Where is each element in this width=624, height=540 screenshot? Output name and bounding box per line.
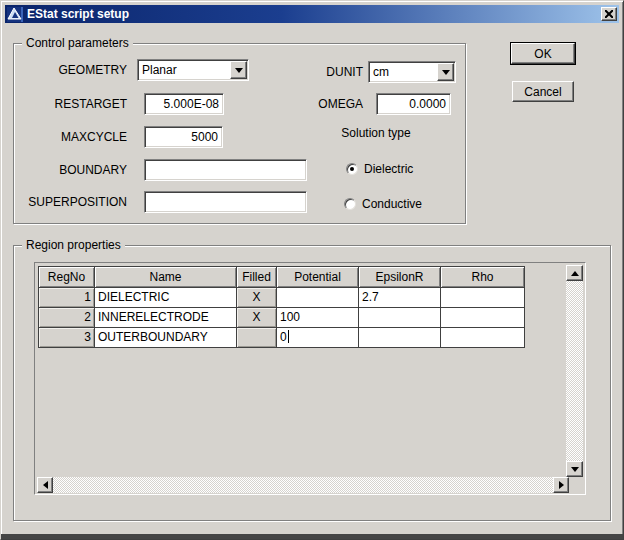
scroll-down-button[interactable] — [566, 461, 583, 477]
dunit-value: cm — [369, 62, 436, 82]
vertical-scroll-track[interactable] — [566, 281, 583, 461]
cancel-button[interactable]: Cancel — [512, 81, 574, 102]
epsilonr-cell[interactable] — [359, 308, 441, 328]
arrow-up-icon — [571, 267, 579, 276]
maxcycle-field[interactable]: 5000 — [144, 126, 223, 148]
name-cell[interactable]: INNERELECTRODE — [95, 308, 237, 328]
potential-cell[interactable]: 100 — [277, 308, 359, 328]
geometry-value: Planar — [138, 60, 229, 80]
dielectric-radio-option[interactable]: Dielectric — [346, 162, 413, 176]
name-cell[interactable]: DIELECTRIC — [95, 288, 237, 308]
column-header-rho[interactable]: Rho — [441, 267, 525, 288]
table-row: 3 OUTERBOUNDARY 0 — [39, 328, 525, 348]
table-row: 2 INNERELECTRODE X 100 — [39, 308, 525, 328]
geometry-dropdown-button[interactable] — [230, 61, 247, 79]
column-header-regno[interactable]: RegNo — [39, 267, 95, 288]
filled-cell[interactable]: X — [237, 308, 277, 328]
potential-edit-value: 0 — [280, 330, 287, 344]
scroll-right-button[interactable] — [553, 477, 569, 493]
regno-cell: 1 — [39, 288, 95, 308]
scroll-left-button[interactable] — [37, 477, 53, 493]
region-table-grid: RegNo Name Filled Potential EpsilonR Rho… — [34, 262, 586, 495]
arrow-left-icon — [39, 481, 48, 489]
geometry-label: GEOMETRY — [11, 59, 127, 81]
regno-cell: 3 — [39, 328, 95, 348]
solution-type-label: Solution type — [301, 125, 451, 141]
dielectric-radio-label: Dielectric — [364, 162, 413, 176]
scroll-up-button[interactable] — [566, 265, 583, 281]
potential-cell[interactable] — [277, 288, 359, 308]
close-x-icon — [605, 10, 613, 18]
window-title: EStat script setup — [27, 7, 129, 21]
dunit-label: DUNIT — [263, 61, 363, 83]
regno-cell: 2 — [39, 308, 95, 328]
radio-unselected-icon[interactable] — [344, 198, 356, 210]
table-row: 1 DIELECTRIC X 2.7 — [39, 288, 525, 308]
arrow-right-icon — [559, 481, 568, 489]
column-header-potential[interactable]: Potential — [277, 267, 359, 288]
close-button[interactable] — [601, 7, 617, 21]
superposition-field[interactable] — [144, 191, 307, 213]
rho-cell[interactable] — [441, 308, 525, 328]
restarget-label: RESTARGET — [11, 93, 127, 115]
radio-selected-icon[interactable] — [346, 163, 358, 175]
horizontal-scrollbar[interactable] — [37, 477, 569, 493]
app-triangle-icon — [7, 7, 23, 22]
restarget-field[interactable]: 5.000E-08 — [144, 93, 224, 115]
region-table: RegNo Name Filled Potential EpsilonR Rho… — [38, 266, 525, 348]
title-bar[interactable]: EStat script setup — [5, 5, 619, 23]
column-header-name[interactable]: Name — [95, 267, 237, 288]
maxcycle-label: MAXCYCLE — [11, 126, 127, 148]
name-cell[interactable]: OUTERBOUNDARY — [95, 328, 237, 348]
omega-field[interactable]: 0.0000 — [376, 93, 451, 115]
boundary-label: BOUNDARY — [11, 159, 127, 181]
epsilonr-cell[interactable]: 2.7 — [359, 288, 441, 308]
dunit-dropdown[interactable]: cm — [368, 61, 456, 83]
filled-cell[interactable] — [237, 328, 277, 348]
potential-cell-editing[interactable]: 0 — [277, 328, 359, 348]
rho-cell[interactable] — [441, 288, 525, 308]
horizontal-scroll-track[interactable] — [53, 477, 553, 493]
filled-cell[interactable]: X — [237, 288, 277, 308]
conductive-radio-option[interactable]: Conductive — [344, 197, 422, 211]
boundary-field[interactable] — [144, 159, 307, 181]
arrow-down-icon — [571, 467, 579, 476]
conductive-radio-label: Conductive — [362, 197, 422, 211]
column-header-epsilonr[interactable]: EpsilonR — [359, 267, 441, 288]
estat-script-setup-dialog: EStat script setup Control parameters GE… — [0, 0, 624, 540]
window-bottom-edge — [1, 534, 623, 539]
column-header-filled[interactable]: Filled — [237, 267, 277, 288]
region-properties-label: Region properties — [22, 238, 125, 252]
ok-button[interactable]: OK — [511, 43, 575, 64]
chevron-down-icon — [442, 70, 450, 79]
geometry-dropdown[interactable]: Planar — [137, 59, 249, 81]
dunit-dropdown-button[interactable] — [437, 63, 454, 81]
control-parameters-label: Control parameters — [22, 36, 133, 50]
chevron-down-icon — [235, 68, 243, 77]
table-header-row: RegNo Name Filled Potential EpsilonR Rho — [39, 267, 525, 288]
rho-cell[interactable] — [441, 328, 525, 348]
text-caret — [288, 330, 289, 343]
omega-label: OMEGA — [263, 93, 363, 115]
superposition-label: SUPERPOSITION — [11, 191, 127, 213]
vertical-scrollbar[interactable] — [566, 265, 583, 477]
epsilonr-cell[interactable] — [359, 328, 441, 348]
